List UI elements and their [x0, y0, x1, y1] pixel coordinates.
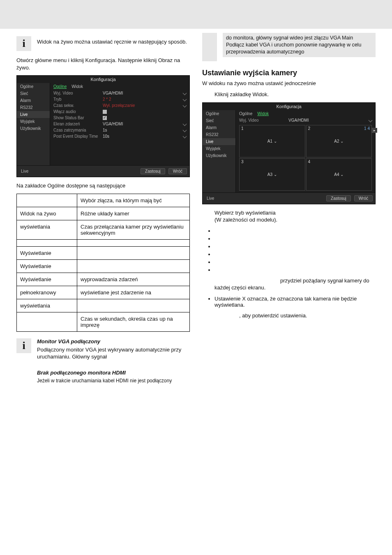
checkbox-icon[interactable]	[103, 116, 107, 120]
nvr2-quad-cell[interactable]: 2A2 ⌄1 4▸	[306, 125, 372, 157]
table-row-desc: Różne układy kamer	[77, 207, 190, 220]
chevron-down-icon[interactable]	[183, 122, 187, 126]
arrow-right-icon[interactable]: ▸	[372, 128, 377, 133]
info-icon	[16, 338, 31, 353]
nvr2-sidebar-item[interactable]: Ogólne	[203, 110, 235, 117]
nvr2-back-button[interactable]: Wróć	[354, 195, 373, 201]
table-row-label: Wyświetlanie	[17, 246, 77, 259]
chevron-down-icon[interactable]	[183, 104, 187, 108]
nvr1-apply-button[interactable]: Zastosuj	[141, 168, 165, 174]
nvr2-sidebar-item[interactable]: Użytkownik	[203, 152, 235, 159]
quad-cell-channel[interactable]: A4 ⌄	[334, 172, 344, 177]
nvr2-sidebar-item[interactable]: Alarm	[203, 124, 235, 131]
table-row: wyświetlaniaCzas przełączania kamer przy…	[17, 220, 190, 239]
nvr1-tabs: OgólneWidok	[52, 83, 188, 90]
table-row-desc: Wybór złącza, na którym mają być	[77, 194, 190, 207]
table-row: wyświetlania	[17, 299, 190, 312]
nvr1-sidebar-item[interactable]: Live	[17, 111, 50, 118]
table-row-label: Wyświetlanie	[17, 259, 77, 273]
nvr1-setting-label: Czas sekw.	[53, 103, 99, 108]
nvr2-sidebar-item[interactable]: RS232	[203, 131, 235, 138]
table-row: Czas w sekundach, określa czas up na imp…	[17, 312, 190, 331]
chevron-down-icon[interactable]	[183, 128, 187, 132]
assign-cam-span: przydziel pożądany sygnał kamery do każd…	[214, 278, 369, 291]
nvr1-setting-row: Wyj. VideoVGA/HDMI	[52, 90, 188, 96]
nvr1-sidebar-item[interactable]: Użytkownik	[17, 125, 50, 132]
nvr2-quad-cell[interactable]: 1A1 ⌄	[239, 125, 305, 157]
nvr2-quad-cell[interactable]: 3A3 ⌄	[239, 158, 305, 191]
nvr1-setting-value[interactable]: 1s	[103, 128, 179, 132]
nvr1-setting-row: Tryb2 * 2	[52, 96, 188, 102]
nvr2-output-label: Wyj. Video	[239, 118, 284, 123]
nvr1-setting-label: Post Event Display Time	[53, 134, 99, 139]
mode-bullet-item	[214, 251, 376, 257]
nvr2-sidebar-item[interactable]: Live	[203, 138, 235, 145]
nvr1-tab[interactable]: Widok	[71, 84, 83, 89]
nvr1-setting-label: Wyj. Video	[53, 91, 99, 95]
chevron-down-icon[interactable]	[183, 91, 187, 95]
options-table: Wybór złącza, na którym mają byćWidok na…	[16, 194, 190, 332]
nvr1-setting-row: Czas sekw.Wył. przełączanie	[52, 102, 188, 109]
nvr2-output-value[interactable]: VGA/HDMI	[288, 118, 365, 123]
gray-continuation-text: do monitora, główny sygnał wideo jest zł…	[223, 33, 376, 57]
mode-bullet-item	[214, 243, 376, 250]
table-row: Wyświetlaniewyprowadzania zdarzeń	[17, 273, 190, 286]
x-setting-list: Ustawienie X oznacza, że oznaczona tak k…	[202, 296, 376, 308]
table-row-label	[17, 194, 77, 207]
nvr1-sidebar: OgólneSiećAlarmRS232LiveWyjątekUżytkowni…	[17, 83, 50, 165]
table-row-label: pełnoekranowy	[17, 286, 77, 299]
nvr2-quad-cell[interactable]: 4A4 ⌄	[306, 158, 372, 191]
nvr1-sidebar-item[interactable]: RS232	[17, 104, 50, 111]
nvr2-sidebar-item[interactable]: Sieć	[203, 117, 235, 124]
table-row-label: wyświetlania	[17, 220, 77, 239]
nvr1-sidebar-item[interactable]: Alarm	[17, 97, 50, 104]
table-row-label: wyświetlania	[17, 299, 77, 312]
table-row-desc: Czas przełączania kamer przy wyświetlani…	[77, 220, 190, 239]
quad-cell-channel[interactable]: A3 ⌄	[267, 172, 277, 177]
chevron-down-icon[interactable]	[183, 134, 187, 139]
quad-cell-channel[interactable]: A1 ⌄	[267, 139, 277, 143]
nvr1-setting-row: Show Status Bar	[52, 115, 188, 121]
nvr1-back-button[interactable]: Wróć	[168, 168, 187, 174]
nvr2-tab[interactable]: Ogólne	[239, 111, 252, 116]
table-row: Widok na żywoRóżne układy kamer	[17, 207, 190, 220]
top-gray-band	[0, 0, 392, 29]
nvr2-title: Konfiguracja	[203, 103, 375, 110]
info-text-1: Widok na żywo można ustawiać ręcznie w n…	[37, 36, 187, 45]
table-row-label: Wyświetlanie	[17, 273, 77, 286]
nvr1-setting-label: Włącz audio	[53, 109, 99, 114]
chevron-down-icon[interactable]	[183, 97, 187, 102]
table-row-desc	[77, 259, 190, 273]
nvr2-tabs: OgólneWidok	[238, 110, 374, 117]
nvr1-sidebar-item[interactable]: Wyjątek	[17, 118, 50, 125]
table-row-desc: wyprowadzania zdarzeń	[77, 273, 190, 286]
table-row-label	[17, 239, 77, 246]
table-row: Wyświetlanie	[17, 259, 190, 273]
quad-cell-channel[interactable]: A2 ⌄	[334, 139, 344, 143]
nvr1-tab[interactable]: Ogólne	[53, 84, 67, 89]
nvr1-setting-label: Show Status Bar	[53, 116, 99, 120]
nvr1-setting-row: Post Event Display Time10s	[52, 133, 188, 139]
nvr1-foot-left: Live	[19, 168, 30, 174]
table-row-desc	[77, 299, 190, 312]
nvr1-setting-value[interactable]: VGA/HDMI	[103, 91, 179, 95]
nvr2-sidebar-item[interactable]: Wyjątek	[203, 145, 235, 152]
quad-cell-number: 3	[241, 160, 244, 164]
nvr2-tab[interactable]: Widok	[257, 111, 269, 116]
info-block-1: Widok na żywo można ustawiać ręcznie w n…	[16, 36, 190, 51]
table-row	[17, 239, 190, 246]
nvr1-setting-value[interactable]: VGA/HDMI	[103, 122, 179, 126]
mode-bullet-item	[214, 236, 376, 242]
mode-bullet-item	[214, 228, 376, 234]
confirm-text: , aby potwierdzić ustawienia.	[239, 312, 376, 319]
table-row-desc: wyświetlane jest zdarzenie na	[77, 286, 190, 299]
chevron-down-icon[interactable]	[369, 118, 373, 122]
nvr1-sidebar-item[interactable]: Ogólne	[17, 83, 50, 90]
nvr1-sidebar-item[interactable]: Sieć	[17, 90, 50, 97]
info-icon	[16, 36, 31, 51]
nvr2-apply-button[interactable]: Zastosuj	[326, 195, 351, 201]
nvr1-setting-value[interactable]: 2 * 2	[103, 97, 179, 102]
checkbox-icon[interactable]	[103, 110, 107, 114]
nvr1-setting-value[interactable]: Wył. przełączanie	[103, 103, 179, 108]
nvr1-setting-value[interactable]: 10s	[103, 134, 179, 139]
